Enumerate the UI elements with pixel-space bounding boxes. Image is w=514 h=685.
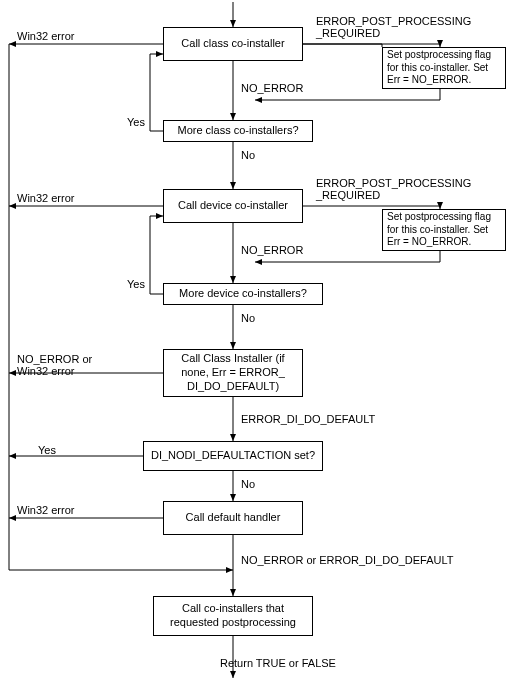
label-epp-2: ERROR_POST_PROCESSING _REQUIRED (316, 177, 471, 201)
node-text: Set postprocessing flag for this co-inst… (387, 49, 501, 87)
label-win32-3: Win32 error (17, 504, 74, 516)
label-no-1: No (241, 149, 255, 161)
label-epp-1: ERROR_POST_PROCESSING _REQUIRED (316, 15, 471, 39)
node-call-device-coinstaller: Call device co-installer (163, 189, 303, 223)
node-set-postprocessing-2: Set postprocessing flag for this co-inst… (382, 209, 506, 251)
node-set-postprocessing-1: Set postprocessing flag for this co-inst… (382, 47, 506, 89)
node-text: Call Class Installer (if none, Err = ERR… (168, 352, 298, 393)
label-yes-1: Yes (127, 116, 145, 128)
node-text: Call class co-installer (181, 37, 284, 51)
label-win32-2: Win32 error (17, 192, 74, 204)
node-text: Set postprocessing flag for this co-inst… (387, 211, 501, 249)
label-no-2: No (241, 312, 255, 324)
label-noerr-or-win32: NO_ERROR or Win32 error (17, 353, 92, 377)
label-noerror-2: NO_ERROR (241, 244, 303, 256)
node-text: Call default handler (186, 511, 281, 525)
label-win32-1: Win32 error (17, 30, 74, 42)
label-final-branch: NO_ERROR or ERROR_DI_DO_DEFAULT (241, 554, 454, 566)
node-text: DI_NODI_DEFAULTACTION set? (151, 449, 315, 463)
node-text: More class co-installers? (177, 124, 298, 138)
label-yes-3: Yes (38, 444, 56, 456)
node-text: More device co-installers? (179, 287, 307, 301)
node-text: Call co-installers that requested postpr… (158, 602, 308, 630)
node-di-nodi-defaultaction: DI_NODI_DEFAULTACTION set? (143, 441, 323, 471)
label-eddd: ERROR_DI_DO_DEFAULT (241, 413, 375, 425)
node-call-class-installer: Call Class Installer (if none, Err = ERR… (163, 349, 303, 397)
node-call-postprocessing: Call co-installers that requested postpr… (153, 596, 313, 636)
node-call-default-handler: Call default handler (163, 501, 303, 535)
node-call-class-coinstaller: Call class co-installer (163, 27, 303, 61)
label-no-3: No (241, 478, 255, 490)
node-more-device-coinstallers: More device co-installers? (163, 283, 323, 305)
node-more-class-coinstallers: More class co-installers? (163, 120, 313, 142)
flowchart-connectors (0, 0, 514, 685)
label-noerror-1: NO_ERROR (241, 82, 303, 94)
label-return: Return TRUE or FALSE (220, 657, 336, 669)
node-text: Call device co-installer (178, 199, 288, 213)
label-yes-2: Yes (127, 278, 145, 290)
